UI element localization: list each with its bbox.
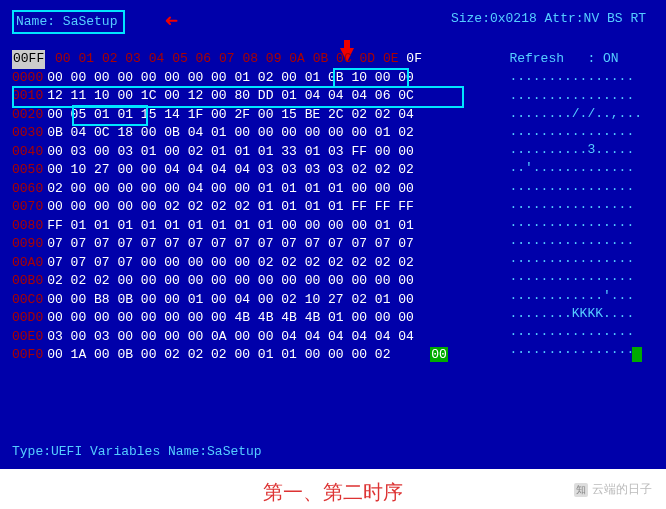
- ascii-row: ..'.............: [509, 159, 642, 177]
- right-column: Refresh : ON ...........................…: [509, 50, 642, 359]
- row-bytes[interactable]: FF 01 01 01 01 01 01 01 01 01 00 00 00 0…: [47, 217, 414, 235]
- row-offset: 0010: [12, 87, 43, 105]
- ascii-row: ................: [509, 87, 642, 105]
- row-bytes[interactable]: 00 10 27 00 00 04 04 04 04 03 03 03 03 0…: [47, 161, 414, 179]
- row-offset: 0020: [12, 106, 43, 124]
- name-label: Name:: [16, 14, 55, 29]
- ascii-row: ................: [509, 268, 642, 286]
- row-offset: 0000: [12, 69, 43, 87]
- offset-corner: 00FF: [12, 50, 45, 68]
- row-bytes[interactable]: 02 02 02 00 00 00 00 00 00 00 00 00 00 0…: [47, 272, 414, 290]
- hex-editor-terminal: ➜ Name: SaSetup Size:0x0218 Attr:NV BS R…: [0, 0, 666, 469]
- row-bytes[interactable]: 00 05 01 01 15 14 1F 00 2F 00 15 BE 2C 0…: [47, 106, 414, 124]
- watermark: 知云端的日子: [574, 481, 652, 498]
- ascii-row: ................: [509, 196, 642, 214]
- ascii-row: ........KKKK....: [509, 305, 642, 323]
- row-offset: 00A0: [12, 254, 43, 272]
- row-bytes[interactable]: 12 11 10 00 1C 00 12 00 80 DD 01 04 04 0…: [47, 87, 414, 105]
- ascii-row: .......././..,...: [509, 105, 642, 123]
- row-bytes[interactable]: 00 00 00 00 00 00 00 00 01 02 00 01 0B 1…: [47, 69, 414, 87]
- ascii-row: ................: [509, 214, 642, 232]
- variable-name-box: Name: SaSetup: [12, 10, 125, 34]
- hex-dump-area: 00FF 00 01 02 03 04 05 06 07 08 09 0A 0B…: [12, 50, 654, 365]
- ascii-row: ..........3.....: [509, 141, 642, 159]
- row-offset: 00C0: [12, 291, 43, 309]
- ascii-row: ................: [509, 232, 642, 250]
- row-bytes[interactable]: 00 1A 00 0B 00 02 02 02 00 01 01 00 00 0…: [47, 346, 421, 364]
- name-value: SaSetup: [63, 14, 118, 29]
- row-offset: 0040: [12, 143, 43, 161]
- ascii-row: ................: [509, 250, 642, 268]
- row-bytes[interactable]: 0B 04 0C 18 00 0B 04 01 00 00 00 00 00 0…: [47, 124, 414, 142]
- row-offset: 00F0: [12, 346, 43, 364]
- ascii-row: ................: [509, 341, 642, 359]
- row-offset: 0030: [12, 124, 43, 142]
- size-attr-text: Size:0x0218 Attr:NV BS RT: [451, 10, 654, 34]
- row-bytes[interactable]: 00 03 00 03 01 00 02 01 01 01 33 01 03 F…: [47, 143, 414, 161]
- row-offset: 0070: [12, 198, 43, 216]
- ascii-row: ................: [509, 323, 642, 341]
- row-offset: 00B0: [12, 272, 43, 290]
- row-bytes[interactable]: 07 07 07 07 00 00 00 00 00 02 02 02 02 0…: [47, 254, 414, 272]
- row-offset: 0050: [12, 161, 43, 179]
- ascii-row: ................: [509, 68, 642, 86]
- row-offset: 00D0: [12, 309, 43, 327]
- ascii-row: ............'...: [509, 287, 642, 305]
- refresh-status: Refresh : ON: [509, 50, 642, 68]
- header-row: Name: SaSetup Size:0x0218 Attr:NV BS RT: [12, 10, 654, 34]
- ascii-row: ................: [509, 123, 642, 141]
- row-bytes[interactable]: 00 00 00 00 00 02 02 02 02 01 01 01 01 F…: [47, 198, 414, 216]
- row-offset: 0080: [12, 217, 43, 235]
- col-headers: 00 01 02 03 04 05 06 07 08 09 0A 0B 0C 0…: [47, 50, 422, 68]
- row-offset: 0090: [12, 235, 43, 253]
- row-offset: 0060: [12, 180, 43, 198]
- row-bytes[interactable]: 02 00 00 00 00 00 04 00 00 01 01 01 01 0…: [47, 180, 414, 198]
- row-bytes[interactable]: 00 00 00 00 00 00 00 00 4B 4B 4B 4B 01 0…: [47, 309, 414, 327]
- row-bytes[interactable]: 07 07 07 07 07 07 07 07 07 07 07 07 07 0…: [47, 235, 414, 253]
- cursor-byte[interactable]: 00: [430, 347, 448, 362]
- image-caption: 第一、第二时序 知云端的日子: [0, 469, 666, 509]
- row-bytes[interactable]: 03 00 03 00 00 00 00 0A 00 00 04 04 04 0…: [47, 328, 414, 346]
- ascii-row: ................: [509, 178, 642, 196]
- zhihu-icon: 知: [574, 483, 588, 497]
- row-offset: 00E0: [12, 328, 43, 346]
- row-bytes[interactable]: 00 00 B8 0B 00 00 01 00 04 00 02 10 27 0…: [47, 291, 414, 309]
- footer-type-text: Type:UEFI Variables Name:SaSetup: [12, 443, 262, 461]
